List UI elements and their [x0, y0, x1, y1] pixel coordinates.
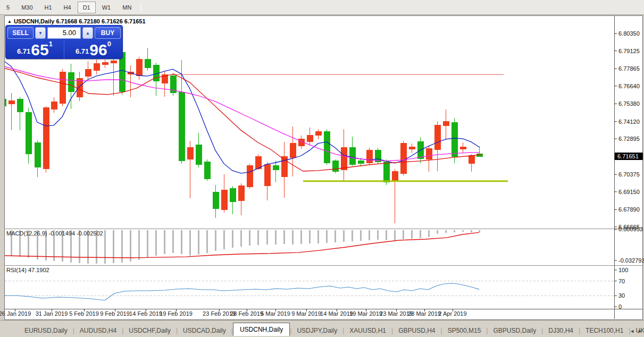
- chart-ohlc-readout: 6.71668 6.72180 6.71626 6.71651: [56, 18, 145, 24]
- one-click-trade-panel: SELL ▼ 5.00 ▲ BUY 6.71 65 1 6.71 96 0: [5, 25, 123, 59]
- macd-axis-label: -0.032793: [618, 257, 644, 264]
- symbol-tab-sp500[interactable]: SP500,M15: [442, 325, 487, 336]
- buy-price-display[interactable]: 6.71 96 0: [64, 40, 122, 59]
- date-axis-label: 5 Mar 2019: [261, 310, 290, 317]
- symbol-tab-usdchf[interactable]: USDCHF,Daily: [123, 325, 176, 336]
- tab-scroll-left-icon[interactable]: ◄: [630, 328, 634, 334]
- toolbar-separator: [141, 2, 141, 13]
- chart-window[interactable]: [4, 15, 643, 320]
- sell-price-big: 65: [31, 43, 48, 57]
- date-axis-label: 19 Mar 2019: [349, 310, 382, 317]
- symbol-tab-usdjpy[interactable]: USDJPY,Daily: [291, 325, 342, 336]
- symbol-tab-tech100[interactable]: TECH100,H1: [580, 325, 629, 336]
- timeframe-button-w1[interactable]: W1: [97, 2, 116, 13]
- buy-button[interactable]: BUY: [95, 27, 121, 39]
- rsi-axis-label: 100: [618, 267, 628, 273]
- price-axis-label: 6.67890: [618, 206, 640, 213]
- symbol-arrow-icon: ▲: [7, 19, 12, 24]
- rsi-axis-label: 0: [618, 304, 622, 310]
- timeframe-button-d1[interactable]: D1: [78, 2, 96, 13]
- date-axis-label: 14 Mar 2019: [320, 310, 353, 317]
- arrow-up-icon: ▲: [86, 31, 90, 36]
- date-axis-label: 26 Jan 2019: [0, 310, 31, 317]
- symbol-tab-xauusd[interactable]: XAUUSD,H1: [344, 325, 391, 336]
- price-axis-label: 6.77865: [618, 65, 640, 72]
- date-axis-label: 2 Apr 2019: [438, 310, 466, 317]
- date-axis-label: 14 Feb 2019: [129, 310, 162, 317]
- chart-title: ▲USDCNH,Daily 6.71668 6.72180 6.71626 6.…: [7, 18, 146, 24]
- volume-input[interactable]: 5.00: [47, 27, 81, 39]
- date-axis-label: 28 Mar 2019: [408, 310, 441, 317]
- timeframe-toolbar: 5M30H1H4D1W1MN: [0, 0, 644, 15]
- price-axis-label: 6.72895: [618, 136, 640, 142]
- sell-price-base: 6.71: [17, 47, 30, 55]
- price-axis-label: 6.76640: [618, 83, 640, 89]
- buy-price-base: 6.71: [76, 47, 89, 55]
- buy-price-sup: 0: [107, 40, 111, 48]
- symbol-tab-dj30[interactable]: DJ30,H4: [543, 325, 579, 336]
- price-axis-label: 6.70375: [618, 171, 640, 178]
- timeframe-button-m30[interactable]: M30: [16, 2, 38, 13]
- chart-symbol-label: USDCNH,Daily: [14, 18, 54, 24]
- price-axis-label: 6.79125: [618, 48, 640, 54]
- symbol-tab-audusd[interactable]: AUDUSD,H4: [74, 325, 122, 336]
- price-axis-label: 6.75380: [618, 100, 640, 107]
- macd-axis-label: 0.000953: [618, 226, 643, 232]
- buy-price-big: 96: [89, 43, 107, 57]
- sell-button[interactable]: SELL: [7, 27, 34, 39]
- symbol-tabbar: EURUSD,Daily|AUDUSD,H4|USDCHF,Daily|USDC…: [0, 320, 644, 337]
- symbol-tab-usdcad[interactable]: USDCAD,Daily: [178, 325, 231, 336]
- tab-scroll-right-icon[interactable]: ►: [638, 328, 642, 334]
- symbol-tab-gbpusd[interactable]: GBPUSD,Daily: [488, 325, 541, 336]
- symbol-tab-gbpusd[interactable]: GBPUSD,H4: [393, 325, 440, 336]
- timeframe-button-h4[interactable]: H4: [58, 2, 77, 13]
- current-price-tag: 6.71651: [615, 153, 643, 160]
- date-axis-label: 31 Jan 2019: [36, 310, 68, 317]
- price-axis-label: 6.80350: [618, 30, 640, 37]
- price-axis-label: 6.69150: [618, 189, 640, 195]
- timeframe-button-mn[interactable]: MN: [117, 2, 137, 13]
- sell-price-sup: 1: [49, 40, 53, 48]
- date-axis-label: 9 Feb 2019: [100, 310, 130, 317]
- symbol-tab-usdcnh[interactable]: USDCNH,Daily: [233, 323, 290, 336]
- date-axis-label: 19 Feb 2019: [160, 310, 193, 317]
- date-axis-label: 9 Mar 2019: [291, 310, 321, 317]
- arrow-down-icon: ▼: [38, 31, 43, 36]
- macd-indicator-label: MACD(12,26,9) -0.001494 -0.002502: [6, 230, 103, 237]
- volume-decrease-button[interactable]: ▼: [35, 27, 46, 39]
- sell-price-display[interactable]: 6.71 65 1: [6, 40, 64, 59]
- volume-increase-button[interactable]: ▲: [82, 27, 93, 39]
- rsi-indicator-label: RSI(14) 47.1902: [6, 267, 49, 273]
- date-axis-label: 5 Feb 2019: [69, 310, 99, 317]
- symbol-tab-eurusd[interactable]: EURUSD,Daily: [19, 325, 73, 336]
- rsi-axis-label: 30: [618, 292, 625, 299]
- price-axis-label: 6.74120: [618, 119, 640, 125]
- date-axis-label: 28 Feb 2019: [230, 310, 263, 317]
- timeframe-button-h1[interactable]: H1: [39, 2, 57, 13]
- timeframe-button-5[interactable]: 5: [1, 2, 15, 13]
- rsi-axis-label: 70: [618, 278, 625, 284]
